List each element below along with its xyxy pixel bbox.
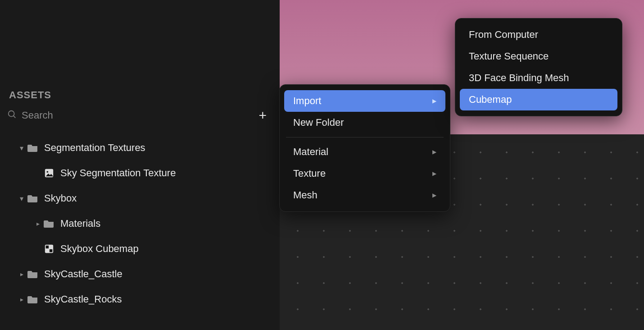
menu-item-label: From Computer <box>469 29 538 41</box>
add-asset-button[interactable]: + <box>257 108 268 123</box>
svg-rect-8 <box>50 249 52 252</box>
menu-item-label: Texture Sequence <box>469 50 549 62</box>
menu-item-label: Import <box>293 95 321 107</box>
import-submenu: From Computer Texture Sequence 3D Face B… <box>455 18 622 116</box>
svg-point-0 <box>9 111 14 117</box>
tree-item-label: Materials <box>60 218 100 229</box>
tree-item-label: SkyCastle_Castle <box>44 268 122 280</box>
menu-item-label: Cubemap <box>469 94 512 105</box>
menu-item-new-folder[interactable]: New Folder <box>284 112 445 133</box>
menu-item-texture-sequence[interactable]: Texture Sequence <box>460 46 617 67</box>
assets-panel: ASSETS + Segmentation Textures Sky Segme… <box>0 0 279 330</box>
cubemap-icon <box>43 244 55 254</box>
submenu-arrow-icon: ▶ <box>432 98 436 104</box>
menu-separator <box>286 137 444 138</box>
svg-rect-5 <box>46 246 49 248</box>
tree-item-label: Segmentation Textures <box>44 142 145 154</box>
tree-item-skybox-cubemap[interactable]: Skybox Cubemap <box>16 236 270 261</box>
chevron-down-icon[interactable] <box>16 194 27 203</box>
search-icon <box>7 110 17 121</box>
menu-item-texture[interactable]: Texture ▶ <box>284 163 445 184</box>
menu-item-from-computer[interactable]: From Computer <box>460 24 617 46</box>
menu-item-3d-face-binding-mesh[interactable]: 3D Face Binding Mesh <box>460 67 617 89</box>
folder-icon <box>27 269 39 279</box>
tree-item-materials[interactable]: Materials <box>16 211 270 236</box>
menu-item-label: New Folder <box>293 117 344 128</box>
chevron-right-icon[interactable] <box>16 296 27 303</box>
tree-item-label: SkyCastle_Rocks <box>44 293 122 305</box>
tree-item-skycastle-castle[interactable]: SkyCastle_Castle <box>16 261 270 287</box>
asset-tree: Segmentation Textures Sky Segmentation T… <box>16 135 270 312</box>
folder-icon <box>43 219 55 229</box>
assets-header: ASSETS <box>9 89 51 101</box>
folder-icon <box>27 294 39 304</box>
tree-item-label: Sky Segmentation Texture <box>60 167 176 179</box>
folder-icon <box>27 193 39 203</box>
menu-item-material[interactable]: Material ▶ <box>284 141 445 163</box>
tree-item-skycastle-rocks[interactable]: SkyCastle_Rocks <box>16 287 270 312</box>
menu-item-import[interactable]: Import ▶ <box>284 90 445 112</box>
image-icon <box>43 168 55 178</box>
svg-point-3 <box>47 171 49 173</box>
menu-item-cubemap[interactable]: Cubemap <box>460 89 617 110</box>
svg-rect-7 <box>46 249 49 252</box>
submenu-arrow-icon: ▶ <box>432 149 436 155</box>
chevron-right-icon[interactable] <box>32 220 43 227</box>
folder-icon <box>27 143 39 153</box>
menu-item-label: Material <box>293 146 328 158</box>
tree-item-label: Skybox <box>44 192 77 204</box>
menu-item-label: Mesh <box>293 189 317 201</box>
submenu-arrow-icon: ▶ <box>432 170 436 177</box>
search-input[interactable] <box>22 110 257 121</box>
menu-item-mesh[interactable]: Mesh ▶ <box>284 184 445 206</box>
submenu-arrow-icon: ▶ <box>432 192 436 198</box>
tree-item-sky-segmentation-texture[interactable]: Sky Segmentation Texture <box>16 160 270 186</box>
search-row: + <box>7 106 268 124</box>
tree-item-label: Skybox Cubemap <box>60 243 139 255</box>
tree-item-skybox[interactable]: Skybox <box>16 186 270 211</box>
menu-item-label: 3D Face Binding Mesh <box>469 72 569 84</box>
svg-line-1 <box>14 116 16 118</box>
menu-item-label: Texture <box>293 168 326 179</box>
svg-rect-6 <box>50 246 52 248</box>
chevron-down-icon[interactable] <box>16 144 27 152</box>
context-menu: Import ▶ New Folder Material ▶ Texture ▶… <box>279 84 450 212</box>
chevron-right-icon[interactable] <box>16 270 27 278</box>
tree-item-segmentation-textures[interactable]: Segmentation Textures <box>16 135 270 160</box>
